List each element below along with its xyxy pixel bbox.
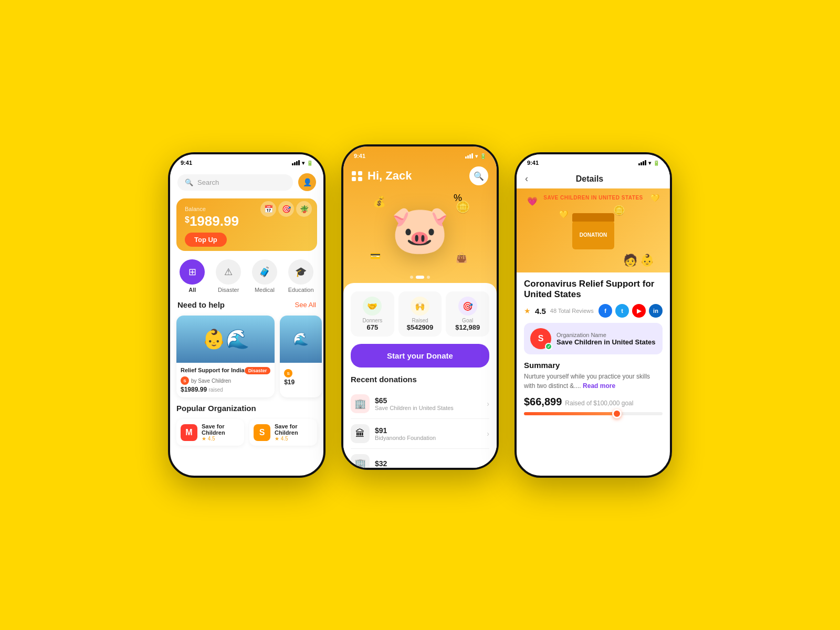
raised-label: Raised	[403, 318, 438, 323]
status-icons-1: ▾ 🔋	[292, 160, 313, 166]
hero-image: SAVE CHILDREN IN UNITED STATES DONATION …	[517, 188, 670, 272]
twitter-icon[interactable]: t	[615, 304, 629, 318]
campaign-card-2[interactable]: 🌊 S $19	[280, 316, 322, 397]
start-donate-button[interactable]: Start your Donate	[351, 344, 489, 368]
org-card-1[interactable]: M Save for Children ★ 4.5	[176, 419, 244, 446]
category-education[interactable]: 🎓 Education	[288, 259, 314, 293]
progress-fill	[524, 412, 617, 415]
balance-card: Balance $1989.99 Top Up 📅 🎯 🪴	[176, 198, 317, 251]
dot-2	[416, 276, 424, 279]
phone2-header: Hi, Zack 🔍	[343, 162, 497, 187]
donation-info-2: $91 Bidyanondo Foundation	[375, 426, 481, 441]
bar3-2	[469, 154, 471, 159]
category-medical[interactable]: 🧳 Medical	[252, 259, 277, 293]
status-bar-2: 9:41 ▾ 🔋	[343, 146, 497, 162]
category-disaster[interactable]: ⚠ Disaster	[216, 259, 241, 293]
people-figures: 🧑 👶	[623, 254, 654, 267]
org-name-2: Save for Children	[275, 423, 313, 436]
linkedin-icon[interactable]: in	[649, 304, 663, 318]
org-name-sm-1: by Save Children	[191, 378, 231, 384]
youtube-icon[interactable]: ▶	[632, 304, 646, 318]
balance-number: 1989.99	[190, 213, 239, 229]
deco-plant: 🪴	[296, 201, 312, 217]
read-more-link[interactable]: Read more	[583, 382, 615, 390]
user-avatar[interactable]: 👤	[298, 173, 316, 191]
top-up-button[interactable]: Top Up	[185, 233, 227, 247]
hero-org-label: SAVE CHILDREN IN UNITED STATES	[543, 195, 643, 201]
status-icons-3: ▾ 🔋	[638, 160, 659, 166]
donation-label: DONATION	[580, 232, 607, 238]
search-circle-btn[interactable]: 🔍	[469, 166, 488, 185]
bar2-2	[467, 155, 469, 159]
org-box[interactable]: S ✓ Organization Name Save Children in U…	[524, 323, 663, 354]
figure-2: 👶	[640, 254, 654, 267]
deco-target: 🎯	[278, 201, 294, 217]
org-box-label: Organization Name	[556, 332, 656, 338]
hero-illustration-area: DONATION 🪙 💛 🧑 👶 💗 💛	[517, 193, 670, 272]
wifi-icon-2: ▾	[475, 153, 478, 159]
verified-badge: ✓	[545, 343, 552, 350]
categories-row: ⊞ All ⚠ Disaster 🧳 Medical 🎓 Education	[170, 254, 323, 298]
donners-label: Donners	[355, 318, 390, 323]
see-all-button[interactable]: See All	[295, 301, 316, 309]
campaign-amount-2: $19	[284, 379, 318, 386]
org-box-name: Save Children in United States	[556, 338, 656, 346]
social-icons-row: f t ▶ in	[598, 304, 663, 318]
balance-decorations: 📅 🎯 🪴	[260, 201, 312, 217]
donation-logo-1: 🏢	[351, 394, 370, 413]
piggy-area: 🐷 💰 % 💳 🪙 👜	[343, 187, 497, 271]
progress-handle[interactable]	[612, 409, 622, 418]
need-help-title: Need to help	[177, 300, 225, 309]
donation-logo-3: 🏢	[351, 454, 370, 470]
figure-1: 🧑	[623, 254, 637, 267]
raised-amount: $66,899	[524, 396, 562, 408]
bar3	[296, 161, 298, 165]
org-card-2[interactable]: S Save for Children ★ 4.5	[249, 419, 317, 446]
donation-org-2: Bidyanondo Foundation	[375, 435, 481, 441]
amount-label-1: raised	[208, 387, 223, 393]
deco-calendar: 📅	[260, 201, 276, 217]
dot-3	[427, 276, 430, 279]
dollar-icon-float: 💛	[650, 194, 659, 202]
goal-value: $12,989	[450, 323, 485, 331]
recent-donations-title: Recent donations	[351, 375, 489, 384]
rating-row: ★ 4.5 48 Total Reviews f t ▶ in	[524, 304, 663, 318]
signal-icon	[292, 160, 300, 165]
campaign-card-1[interactable]: 👶🌊 Relief Support for India Disaster S b…	[176, 316, 275, 397]
stat-donners: 🤝 Donners 675	[351, 291, 394, 337]
donation-item-1[interactable]: 🏢 $65 Save Children in United States ›	[351, 389, 489, 419]
piggy-icon: 🐷	[391, 202, 449, 257]
category-all[interactable]: ⊞ All	[180, 259, 205, 293]
donners-icon: 🤝	[363, 297, 382, 316]
facebook-icon[interactable]: f	[598, 304, 612, 318]
bar3-3	[643, 161, 644, 165]
popular-orgs-list: M Save for Children ★ 4.5 S Save for Chi…	[176, 419, 317, 446]
bar1-3	[638, 163, 640, 165]
app-grid-icon	[352, 171, 362, 181]
wifi-icon-3: ▾	[648, 160, 651, 166]
carousel-dots	[343, 271, 497, 283]
donation-item-2[interactable]: 🏛 $91 Bidyanondo Foundation ›	[351, 419, 489, 449]
bar4-3	[645, 160, 646, 165]
status-bar-1: 9:41 ▾ 🔋	[170, 154, 323, 169]
stats-section: 🤝 Donners 675 🙌 Raised $542909 🎯 Goal $1…	[343, 283, 497, 470]
balance-dollar: $	[185, 215, 190, 225]
float-card: 💳	[370, 251, 381, 261]
phone3-header: ‹ Details	[517, 169, 670, 188]
campaign-org-2: S	[284, 369, 318, 377]
float-bag: 👜	[456, 252, 467, 264]
search-input-wrapper[interactable]: 🔍 Search	[177, 174, 293, 191]
battery-icon-3: 🔋	[653, 160, 659, 166]
bar1	[292, 163, 293, 165]
campaign-title-1: Relief Support for India	[181, 367, 245, 373]
raised-goal: Raised of $100,000 goal	[565, 400, 633, 407]
grid-dot-1	[352, 171, 356, 175]
campaign-img-icon-1: 👶🌊	[202, 328, 249, 350]
donation-item-3[interactable]: 🏢 $32 ›	[351, 449, 489, 470]
dot-1	[410, 276, 413, 279]
stats-cards: 🤝 Donners 675 🙌 Raised $542909 🎯 Goal $1…	[351, 291, 489, 337]
raised-row: $66,899 Raised of $100,000 goal	[524, 396, 663, 408]
donation-amount-3: $32	[375, 459, 481, 468]
signal-icon-2	[465, 153, 473, 159]
summary-title: Summary	[524, 361, 663, 370]
